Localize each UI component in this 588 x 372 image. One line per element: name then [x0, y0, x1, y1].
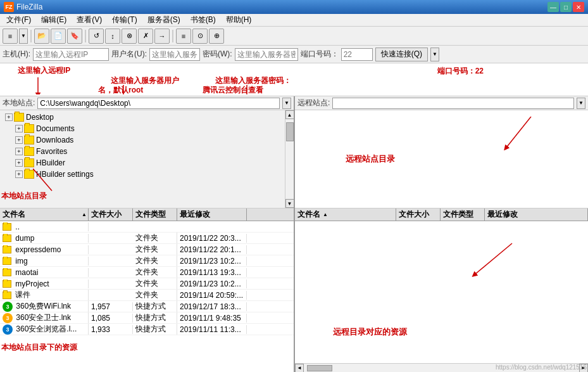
port-input[interactable]	[341, 48, 373, 61]
close-button[interactable]: ✕	[573, 2, 584, 12]
toolbar-btn-1[interactable]: ≡	[3, 29, 18, 44]
toolbar-btn-reconnect[interactable]: →	[154, 29, 170, 44]
toolbar-btn-open[interactable]: 📂	[34, 29, 49, 44]
menu-bar: 文件(F) 编辑(E) 查看(V) 传输(T) 服务器(S) 书签(B) 帮助(…	[0, 14, 588, 27]
col-header-modified[interactable]: 最近修改	[177, 208, 247, 221]
col-header-name[interactable]: 文件名 ▲	[0, 208, 89, 221]
toolbar-btn-new[interactable]: 📄	[51, 29, 66, 44]
tree-item-downloads[interactable]: + Downloads	[0, 134, 285, 146]
tree-expander-hbuilder[interactable]: +	[15, 159, 23, 167]
tree-item-hbuilder[interactable]: + HBuilder	[0, 157, 285, 169]
tree-label-hbuilder-settings: HBuilder settings	[36, 170, 94, 179]
horiz-scroll-track[interactable]	[304, 364, 579, 372]
file-row-dump[interactable]: dump 文件夹 2019/11/22 20:3...	[0, 233, 294, 244]
file-row-360browser[interactable]: 3 360安全浏览器.l... 1,933 快捷方式 2019/11/11 11…	[0, 324, 294, 335]
file-row-kj[interactable]: 课件 文件夹 2019/11/4 20:59:...	[0, 290, 294, 301]
local-path-dropdown[interactable]: ▼	[282, 98, 291, 109]
port-annotation: 端口号码：22	[437, 66, 484, 77]
tree-label-downloads: Downloads	[36, 136, 73, 144]
local-tree-content[interactable]: + Desktop + Documents + Downloads	[0, 110, 285, 208]
minimize-button[interactable]: —	[547, 2, 559, 12]
toolbar-btn-refresh[interactable]: ↺	[89, 29, 104, 44]
col-header-size[interactable]: 文件大小	[89, 208, 133, 221]
scroll-down-arrow[interactable]: ▼	[285, 199, 294, 208]
toolbar-btn-search[interactable]: ⊙	[192, 29, 208, 44]
local-path-input[interactable]	[37, 98, 280, 109]
toolbar-btn-filter[interactable]: ⊕	[209, 29, 224, 44]
horiz-scroll-right[interactable]: ►	[579, 364, 588, 373]
scroll-thumb[interactable]	[286, 122, 294, 141]
file-row-360safe[interactable]: 3 360安全卫士.lnk 1,085 快捷方式 2019/11/1 9:48:…	[0, 312, 294, 324]
host-label: 主机(H):	[3, 49, 30, 60]
toolbar-separator-1	[30, 30, 32, 42]
pass-annotation: 这里输入服务器密码：腾讯云控制台查看	[203, 66, 291, 96]
host-input[interactable]	[33, 48, 109, 61]
annotation-bar: 这里输入远程IP 这里输入服务器用户名，默认root 这里输入服务器密码：腾讯云…	[0, 63, 588, 96]
remote-horiz-scrollbar[interactable]: ◄ ►	[295, 363, 588, 372]
toolbar-dropdown-1[interactable]: ▼	[19, 29, 28, 44]
toolbar-btn-bookmark[interactable]: 🔖	[67, 29, 82, 44]
menu-transfer[interactable]: 传输(T)	[107, 13, 142, 27]
tree-expander-desktop[interactable]: +	[5, 113, 13, 121]
remote-pane-body: 远程站点目录 文件名 ▲	[295, 110, 588, 372]
file-row-maotai[interactable]: maotai 文件夹 2019/11/13 19:3...	[0, 267, 294, 278]
window-controls: — □ ✕	[547, 2, 584, 12]
menu-edit[interactable]: 编辑(E)	[36, 13, 72, 27]
toolbar-btn-disconnect[interactable]: ✗	[138, 29, 153, 44]
toolbar-btn-queue[interactable]: ≡	[176, 29, 191, 44]
local-file-list-body[interactable]: .. dump 文件夹 2019/11/22	[0, 221, 294, 372]
col-header-type[interactable]: 文件类型	[133, 208, 177, 221]
app-icon: FZ	[4, 2, 14, 12]
remote-empty-area: 远程目录对应的资源	[295, 221, 588, 363]
connect-dropdown[interactable]: ▼	[430, 48, 439, 61]
file-row-img[interactable]: img 文件夹 2019/11/23 10:2...	[0, 255, 294, 267]
title-bar: FZ FileZilla — □ ✕	[0, 0, 588, 14]
user-label: 用户名(U):	[111, 49, 147, 60]
remote-path-dropdown[interactable]: ▼	[577, 98, 585, 109]
horiz-scroll-thumb[interactable]	[307, 365, 332, 371]
file-row-360wifi[interactable]: 3 360免费WiFi.lnk 1,957 快捷方式 2019/12/17 18…	[0, 301, 294, 312]
remote-path-label: 远程站点:	[297, 98, 330, 108]
right-pane: 远程站点: ▼ 远程站点目录	[295, 96, 588, 372]
tree-item-desktop[interactable]: + Desktop	[0, 112, 285, 123]
menu-file[interactable]: 文件(F)	[1, 13, 36, 27]
remote-col-header-size[interactable]: 文件大小	[396, 208, 441, 221]
file-row-parent[interactable]: ..	[0, 221, 294, 233]
menu-view[interactable]: 查看(V)	[72, 13, 107, 27]
remote-path-bar: 远程站点: ▼	[295, 96, 588, 110]
app-title: FileZilla	[16, 3, 547, 11]
local-file-list-area: 文件名 ▲ 文件大小 文件类型 最近修改 ..	[0, 208, 294, 372]
scroll-up-arrow[interactable]: ▲	[285, 110, 294, 119]
folder-icon-hbuilder-settings	[24, 170, 34, 179]
remote-tree-area: 远程站点目录	[295, 110, 588, 208]
tree-expander-favorites[interactable]: +	[15, 148, 23, 155]
tree-expander-documents[interactable]: +	[15, 125, 23, 132]
maximize-button[interactable]: □	[560, 2, 572, 12]
local-pane-body: + Desktop + Documents + Downloads	[0, 110, 294, 372]
remote-col-header-name[interactable]: 文件名 ▲	[295, 208, 396, 221]
toolbar-btn-sync[interactable]: ↕	[105, 29, 120, 44]
tree-expander-hbuilder-settings[interactable]: +	[15, 170, 23, 178]
tree-item-documents[interactable]: + Documents	[0, 123, 285, 134]
user-input[interactable]	[149, 48, 200, 61]
scroll-track[interactable]	[285, 119, 294, 199]
remote-col-header-type[interactable]: 文件类型	[441, 208, 485, 221]
pass-input[interactable]	[235, 48, 298, 61]
horiz-scroll-left[interactable]: ◄	[295, 364, 304, 373]
menu-server[interactable]: 服务器(S)	[142, 13, 185, 27]
file-row-expressdemo[interactable]: expressdemo 文件夹 2019/11/22 20:1...	[0, 244, 294, 255]
remote-files-annotation: 远程目录对应的资源	[333, 326, 407, 338]
connect-button[interactable]: 快速连接(Q)	[375, 48, 428, 61]
local-tree-scrollbar[interactable]: ▲ ▼	[285, 110, 294, 208]
remote-path-input[interactable]	[332, 98, 574, 109]
tree-item-hbuilder-settings[interactable]: + HBuilder settings	[0, 169, 285, 180]
menu-bookmark[interactable]: 书签(B)	[185, 13, 221, 27]
toolbar-btn-cancel[interactable]: ⊗	[122, 29, 137, 44]
menu-help[interactable]: 帮助(H)	[221, 13, 257, 27]
tree-label-desktop: Desktop	[26, 113, 54, 122]
remote-col-header-modified[interactable]: 最近修改	[485, 208, 588, 221]
tree-expander-downloads[interactable]: +	[15, 136, 23, 144]
file-row-myproject[interactable]: myProject 文件夹 2019/11/23 10:2...	[0, 278, 294, 290]
folder-icon-downloads	[24, 136, 34, 144]
tree-item-favorites[interactable]: + Favorites	[0, 146, 285, 157]
